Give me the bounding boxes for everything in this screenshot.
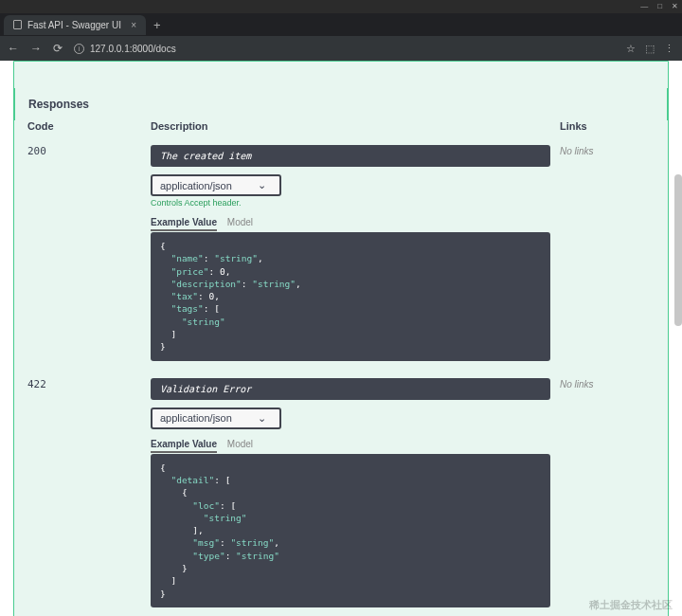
response-code: 422 bbox=[27, 378, 46, 390]
chevron-down-icon: ⌄ bbox=[258, 412, 266, 425]
back-icon[interactable]: ← bbox=[8, 42, 19, 55]
chevron-down-icon: ⌄ bbox=[258, 179, 266, 191]
response-code: 200 bbox=[27, 145, 46, 157]
page-content: Responses Code Description Links 200 The… bbox=[0, 61, 682, 616]
tab-title: Fast API - Swagger UI bbox=[27, 20, 121, 30]
extensions-icon[interactable]: ⬚ bbox=[645, 43, 655, 55]
site-info-icon[interactable]: i bbox=[74, 44, 84, 54]
document-icon bbox=[13, 20, 22, 29]
browser-tab[interactable]: Fast API - Swagger UI × bbox=[4, 15, 146, 35]
url-field[interactable]: i 127.0.0.1:8000/docs bbox=[74, 44, 615, 54]
forward-icon[interactable]: → bbox=[30, 42, 42, 55]
address-bar: ← → ⟳ i 127.0.0.1:8000/docs ☆ ⬚ ⋮ bbox=[0, 36, 682, 61]
example-body[interactable]: { "name": "string", "price": 0, "descrip… bbox=[151, 232, 550, 361]
url-text: 127.0.0.1:8000/docs bbox=[90, 44, 176, 54]
col-header-description: Description bbox=[151, 120, 550, 132]
col-header-code: Code bbox=[27, 120, 141, 132]
response-row: 422 Validation Error application/json⌄ E… bbox=[27, 374, 655, 616]
tab-example-value[interactable]: Example Value bbox=[151, 217, 217, 231]
window-close-icon[interactable]: ✕ bbox=[672, 3, 678, 10]
responses-heading: Responses bbox=[14, 88, 668, 120]
media-type-select[interactable]: application/json⌄ bbox=[151, 174, 281, 196]
new-tab-button[interactable]: + bbox=[146, 18, 169, 32]
tab-model[interactable]: Model bbox=[227, 217, 253, 227]
tab-example-value[interactable]: Example Value bbox=[151, 439, 217, 453]
media-type-select[interactable]: application/json⌄ bbox=[151, 408, 281, 429]
star-icon[interactable]: ☆ bbox=[626, 43, 636, 55]
responses-panel: Responses Code Description Links 200 The… bbox=[13, 61, 669, 616]
response-description: Validation Error bbox=[151, 378, 550, 400]
response-row: 200 The created item application/json⌄ C… bbox=[27, 141, 655, 374]
response-description: The created item bbox=[151, 145, 550, 167]
no-links-text: No links bbox=[560, 146, 594, 156]
no-links-text: No links bbox=[560, 379, 594, 390]
reload-icon[interactable]: ⟳ bbox=[53, 42, 63, 55]
close-icon[interactable]: × bbox=[131, 20, 136, 30]
window-maximize-icon[interactable]: □ bbox=[657, 3, 662, 10]
scrollbar[interactable] bbox=[674, 174, 682, 326]
window-titlebar: — □ ✕ bbox=[0, 0, 682, 13]
example-body[interactable]: { "detail": [ { "loc": [ "string" ], "ms… bbox=[151, 454, 550, 607]
tab-strip: Fast API - Swagger UI × + bbox=[0, 13, 682, 36]
accept-hint: Controls Accept header. bbox=[151, 198, 550, 208]
tab-model[interactable]: Model bbox=[227, 439, 253, 449]
menu-icon[interactable]: ⋮ bbox=[664, 43, 674, 55]
window-minimize-icon[interactable]: — bbox=[640, 3, 648, 10]
col-header-links: Links bbox=[560, 120, 655, 132]
